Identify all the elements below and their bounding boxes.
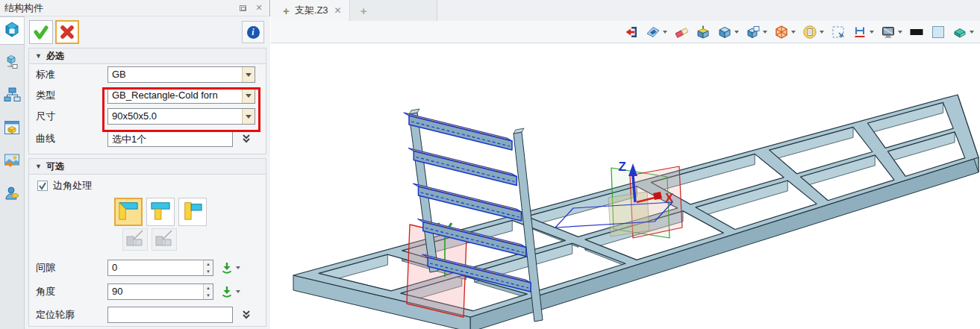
assembly-tree-icon <box>3 86 21 107</box>
gap-spinner[interactable]: 0 ▲▼ <box>107 260 213 276</box>
apply-green-arrow-icon[interactable] <box>220 261 234 275</box>
measure-height-icon <box>852 25 867 40</box>
new-tab-plus-icon: + <box>361 4 367 17</box>
user-role-icon <box>3 184 21 205</box>
corner-butt-horizontal-button[interactable] <box>146 198 175 226</box>
corner-miter-button[interactable] <box>114 198 143 226</box>
check-icon <box>33 24 49 40</box>
double-chevron-down-icon <box>240 309 252 321</box>
chevron-down-icon[interactable] <box>763 31 767 34</box>
standard-label: 标准 <box>36 68 107 81</box>
chevron-down-icon[interactable] <box>898 31 902 34</box>
type-dropdown[interactable]: GB_Rectangle-Cold forn <box>107 87 255 104</box>
apply-green-arrow-icon[interactable] <box>220 285 234 298</box>
profile-input[interactable] <box>107 307 233 323</box>
tool-zoom-document[interactable] <box>802 25 824 40</box>
size-label: 尺寸 <box>36 110 107 123</box>
structural-member-panel: 结构构件 ✕ i ▼ 必选 标准 <box>0 0 270 329</box>
tab-zhijia-z3[interactable]: + 支架.Z3 ✕ <box>271 0 349 21</box>
tool-window-cube[interactable] <box>746 25 767 40</box>
tool-view-plane[interactable] <box>646 25 667 40</box>
corner-butt-vertical-button[interactable] <box>178 198 207 226</box>
section-optional-header[interactable]: ▼ 可选 <box>29 159 266 175</box>
info-button[interactable]: i <box>242 21 264 43</box>
check-mark-icon <box>38 181 47 190</box>
standard-dropdown[interactable]: GB <box>107 66 255 83</box>
chevron-down-icon[interactable] <box>236 290 240 293</box>
spin-down-icon[interactable]: ▼ <box>204 292 213 299</box>
chevron-down-icon[interactable] <box>791 31 796 34</box>
type-label: 类型 <box>36 89 107 102</box>
tool-measure-height[interactable] <box>852 25 874 40</box>
cancel-button[interactable] <box>55 20 79 44</box>
chevron-down-icon[interactable] <box>236 266 240 269</box>
eraser-icon <box>674 25 689 40</box>
tool-wireframe-hex[interactable] <box>774 25 796 40</box>
axis-z-label: Z <box>619 160 626 174</box>
viewport-3d[interactable]: ZX <box>271 44 980 329</box>
tool-display-monitor[interactable] <box>881 25 902 40</box>
tool-swatch-black[interactable] <box>909 25 924 40</box>
panel-close-button[interactable]: ✕ <box>253 3 265 13</box>
profile-label: 定位轮廓 <box>36 308 107 322</box>
view-toolbar <box>271 21 980 43</box>
tool-section-block[interactable] <box>952 25 974 40</box>
section-required-header[interactable]: ▼ 必选 <box>29 48 266 64</box>
spin-up-icon[interactable]: ▲ <box>204 284 213 292</box>
tool-swatch-blue[interactable] <box>931 25 946 40</box>
panel-restore-button[interactable] <box>237 3 249 13</box>
sidebar-item-shape-cube[interactable] <box>0 16 24 45</box>
spin-down-icon[interactable]: ▼ <box>204 268 213 275</box>
tool-resize-window[interactable] <box>831 25 846 40</box>
panel-titlebar: 结构构件 ✕ <box>0 0 269 16</box>
type-value: GB_Rectangle-Cold forn <box>108 88 242 103</box>
spin-up-icon[interactable]: ▲ <box>204 260 213 268</box>
corner-miter-icon <box>118 200 139 224</box>
shape-cube-icon <box>3 20 21 41</box>
exit-icon <box>624 25 639 40</box>
tool-pin-cube[interactable] <box>696 25 711 40</box>
profile-expand-button[interactable] <box>239 307 254 322</box>
type-dropdown-button[interactable] <box>242 88 255 103</box>
sidebar-item-image-export[interactable] <box>0 148 24 176</box>
swatch-blue-icon <box>931 25 946 40</box>
chevron-down-icon[interactable] <box>820 31 824 34</box>
corner-treatment-label: 边角处理 <box>53 179 92 192</box>
panel-title: 结构构件 <box>4 1 232 15</box>
standard-dropdown-button[interactable] <box>242 67 255 82</box>
double-chevron-down-icon <box>240 133 252 145</box>
collapse-arrow-icon: ▼ <box>35 163 42 170</box>
wireframe-manager-icon <box>3 53 21 74</box>
standard-value: GB <box>108 67 242 82</box>
tool-exit[interactable] <box>624 25 639 40</box>
chevron-down-icon[interactable] <box>734 31 739 34</box>
size-dropdown[interactable]: 90x50x5.0 <box>107 108 255 125</box>
image-export-icon <box>3 151 21 172</box>
cross-icon <box>59 24 75 40</box>
tool-shaded-cube[interactable] <box>717 25 739 40</box>
sidebar-item-assembly-tree[interactable] <box>0 82 24 110</box>
curve-label: 曲线 <box>36 132 107 145</box>
wireframe-hex-icon <box>774 25 789 40</box>
sidebar-item-wireframe-manager[interactable] <box>0 49 24 78</box>
tab-plus-icon: + <box>283 4 290 17</box>
corner-treatment-checkbox[interactable] <box>37 181 48 191</box>
new-tab-button[interactable]: + <box>349 0 437 21</box>
sidebar-item-user-role[interactable] <box>0 181 24 209</box>
tab-label: 支架.Z3 <box>295 4 328 17</box>
tab-close-icon[interactable]: ✕ <box>334 5 342 16</box>
chevron-down-icon[interactable] <box>870 31 874 34</box>
chevron-down-icon[interactable] <box>663 31 667 34</box>
chevron-down-icon[interactable] <box>970 31 974 34</box>
tool-eraser[interactable] <box>674 25 689 40</box>
curve-expand-button[interactable] <box>239 131 254 146</box>
section-optional-label: 可选 <box>46 160 64 173</box>
chevron-down-icon <box>246 73 252 77</box>
trim-option-1-button <box>122 228 148 251</box>
gap-value: 0 <box>108 260 203 275</box>
size-dropdown-button[interactable] <box>242 109 255 124</box>
angle-spinner[interactable]: 90 ▲▼ <box>107 283 213 300</box>
sidebar-item-window-cube[interactable] <box>0 115 24 143</box>
curve-input[interactable]: 选中1个 <box>107 131 233 147</box>
ok-button[interactable] <box>29 20 53 44</box>
